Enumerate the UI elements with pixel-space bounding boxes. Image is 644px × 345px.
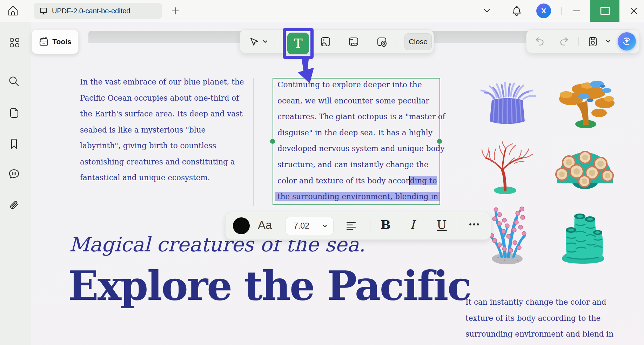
font-family-button[interactable]: Aa [258, 218, 272, 232]
main-heading[interactable]: Explore the Pacific [68, 262, 471, 309]
toolbar-divider [370, 220, 370, 232]
avatar-initial: X [541, 7, 546, 15]
left-paragraph[interactable]: In the vast embrace of our blue planet, … [80, 77, 244, 189]
paragraph-line[interactable]: astonishing creatures and constituting a [80, 157, 244, 174]
paragraph-line[interactable]: labyrinth", giving birth to countless [80, 141, 244, 157]
maximize-icon [600, 6, 610, 15]
updf-window: In the vast embrace of our blue planet, … [0, 0, 644, 345]
cup-coral-dome-image[interactable] [551, 142, 619, 192]
bold-button[interactable]: B [381, 218, 391, 232]
paragraph-line[interactable]: Pacific Ocean occupies about one-third o… [80, 94, 244, 110]
maximize-button[interactable] [590, 0, 619, 22]
link-tool-button[interactable] [347, 35, 360, 48]
textbox-line[interactable]: developed nervous system and unique body [277, 144, 440, 160]
sidebar-item-comments[interactable] [7, 168, 21, 181]
textbox-line[interactable]: disguise" in the deep sea. It has a high… [277, 128, 440, 144]
page-icon [8, 107, 20, 119]
title-bar: UPDF-2.0-cant-be-edited X [0, 0, 644, 22]
purple-anemone-image[interactable] [476, 80, 538, 125]
textbox-line-selected[interactable]: the surrounding environment, blending in [277, 192, 440, 208]
paperclip-icon [8, 199, 20, 211]
more-options-button[interactable]: ••• [469, 220, 480, 229]
home-button[interactable] [4, 2, 22, 19]
right-paragraph[interactable]: It can instantly change the color and te… [465, 298, 613, 345]
paragraph-line[interactable]: texture of its body according to the [465, 314, 613, 330]
page-pin-tool-icon [376, 36, 388, 48]
selected-textbox[interactable]: Continuing to explore deeper into the oc… [273, 78, 440, 205]
left-sidebar [0, 22, 31, 345]
select-tool-dropdown[interactable] [261, 38, 269, 46]
select-cursor-icon [249, 36, 259, 47]
close-window-button[interactable] [628, 5, 640, 17]
textbox-line-partially-selected[interactable]: color and texture of its body according … [277, 176, 440, 192]
undo-button[interactable] [533, 36, 546, 47]
undo-icon [535, 36, 544, 46]
sidebar-item-search[interactable] [7, 75, 21, 88]
paragraph-line[interactable]: fantastical and unique ecosystem. [80, 173, 244, 189]
pointer-annotation-arrow [296, 55, 319, 84]
chevron-down-icon [262, 40, 268, 44]
tab-list-button[interactable] [481, 6, 492, 16]
close-label: Close [409, 38, 428, 46]
textbox-right-handle[interactable] [437, 139, 442, 144]
save-dropdown[interactable] [604, 38, 612, 45]
history-save-toolbar [526, 29, 640, 53]
sidebar-item-thumbnails[interactable] [7, 35, 21, 49]
tools-label: Tools [52, 38, 71, 46]
page-pin-tool-button[interactable] [375, 35, 388, 48]
paragraph-line[interactable]: In the vast embrace of our blue planet, … [80, 77, 244, 94]
notifications-button[interactable] [510, 5, 523, 17]
column-divider [253, 78, 254, 206]
toolbar-divider [578, 37, 579, 46]
toolbar-divider [396, 37, 396, 46]
textbox-line[interactable]: creatures. The giant octopus is a "maste… [277, 112, 440, 128]
textbox-left-handle[interactable] [270, 139, 275, 144]
select-tool-button[interactable] [248, 35, 260, 48]
font-size-combo[interactable]: 7.02 [286, 217, 334, 235]
sidebar-item-pages[interactable] [7, 106, 21, 120]
textbox-line-text: color and texture of its body accor [277, 176, 409, 185]
image-tool-button[interactable] [319, 35, 332, 48]
ai-assistant-button[interactable] [618, 32, 636, 50]
orange-tree-coral-image[interactable] [554, 76, 617, 129]
paragraph-line[interactable]: the Earth's surface area. Its deep and v… [80, 109, 244, 126]
textbox-line[interactable]: structure, and can instantly change the [277, 160, 440, 176]
blue-coral-pink-polyps-image[interactable] [484, 204, 532, 265]
home-icon [7, 5, 19, 17]
plus-icon [171, 6, 181, 16]
chevron-down-icon [605, 39, 611, 43]
close-edit-mode-button[interactable]: Close [404, 33, 432, 50]
align-button[interactable] [344, 219, 358, 232]
bookmark-icon [8, 137, 20, 150]
minimize-button[interactable] [570, 6, 583, 16]
chevron-down-icon [322, 224, 328, 228]
paragraph-line[interactable]: seabed is like a mysterious "blue [80, 126, 244, 142]
document-tab[interactable]: UPDF-2.0-cant-be-edited [34, 3, 162, 19]
red-fan-coral-image[interactable] [478, 140, 535, 195]
redo-button[interactable] [558, 36, 571, 47]
textbox-line[interactable]: ocean, we will encounter some peculiar [277, 96, 440, 113]
close-icon [629, 6, 638, 15]
paragraph-line[interactable]: surrounding environment and blend in [465, 330, 613, 345]
tab-title: UPDF-2.0-cant-be-edited [52, 7, 130, 15]
account-avatar[interactable]: X [536, 4, 551, 18]
teal-tube-sponge-image[interactable] [557, 209, 609, 264]
link-tool-icon [348, 36, 360, 48]
save-icon [587, 36, 598, 47]
tools-button[interactable]: Tools [32, 29, 79, 54]
align-left-icon [345, 220, 357, 232]
comment-icon [8, 168, 20, 181]
text-tool-button[interactable]: T [287, 33, 309, 54]
text-format-toolbar: Aa 7.02 B I U ••• [225, 212, 491, 240]
font-size-value: 7.02 [294, 221, 309, 231]
selected-text: the surrounding environment, blending in [275, 192, 440, 201]
underline-button[interactable]: U [437, 218, 447, 232]
sidebar-item-bookmarks[interactable] [7, 137, 21, 150]
text-color-swatch[interactable] [233, 217, 250, 234]
sidebar-item-attachments[interactable] [7, 198, 21, 212]
document-canvas: In the vast embrace of our blue planet, … [31, 22, 644, 345]
new-tab-button[interactable] [170, 5, 182, 17]
italic-button[interactable]: I [410, 218, 415, 232]
save-button[interactable] [586, 35, 599, 48]
paragraph-line[interactable]: It can instantly change the color and [465, 298, 613, 314]
